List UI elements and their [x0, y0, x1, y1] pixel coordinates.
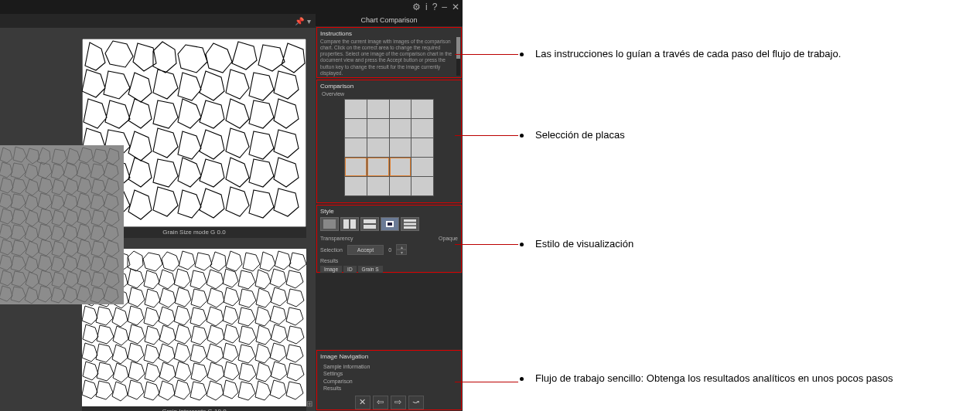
comparison-label: Overview [322, 91, 458, 97]
gear-icon[interactable]: ⚙ [412, 2, 421, 12]
pin-icon[interactable]: 📌 [295, 17, 304, 25]
chart-cell-selected[interactable] [367, 158, 389, 176]
style-option-4[interactable] [381, 217, 399, 231]
chart-cell[interactable] [411, 119, 433, 138]
chart-cell[interactable] [411, 138, 433, 157]
callout-line [455, 135, 518, 136]
document-tab-strip: 📌 ▾ [0, 14, 316, 28]
chart-cell-selected[interactable] [390, 158, 411, 176]
style-option-2[interactable] [340, 217, 359, 231]
titlebar: ⚙ i ? – ✕ [0, 0, 463, 14]
callout-line [455, 54, 518, 55]
opaque-label: Opaque [439, 236, 458, 241]
chart-cell[interactable] [390, 177, 411, 195]
chart-cell[interactable] [411, 100, 433, 118]
chart-cell[interactable] [367, 119, 389, 138]
side-panel: Chart Comparison Instructions Compare th… [316, 14, 463, 411]
chart-cell[interactable] [367, 100, 389, 118]
workflow-nav: ✕ ⇦ ⇨ ⤻ [320, 396, 458, 409]
nav-finish-icon[interactable]: ⤻ [408, 396, 424, 409]
chart-cell[interactable] [411, 177, 433, 195]
image-canvas[interactable]: Grain Size mode G 0.0 Grain Intercepts G… [0, 28, 316, 409]
chart-cell[interactable] [345, 177, 367, 195]
overlay-image[interactable] [0, 145, 124, 304]
chart-cell[interactable] [345, 138, 367, 157]
results-tab[interactable]: ID [343, 266, 357, 273]
style-section: Style Transparency Opaque Selection Acce… [316, 205, 462, 273]
canvas-column: 📌 ▾ Grain Size mode G 0.0 [0, 14, 316, 411]
image-caption-bottom: Grain Intercepts G 10.0 [82, 406, 306, 411]
annotation-instructions: Las instrucciones lo guían a través de c… [535, 48, 937, 59]
chart-cell[interactable] [390, 138, 411, 157]
stepper[interactable]: ▴▾ [396, 244, 407, 255]
workflow-item[interactable]: Results [323, 385, 458, 392]
bullet-icon [520, 243, 524, 246]
chart-cell[interactable] [411, 158, 433, 176]
spacer [316, 273, 463, 349]
instructions-section: Instructions Compare the current image w… [316, 27, 462, 78]
minimize-icon[interactable]: – [442, 2, 447, 12]
info-icon[interactable]: i [425, 2, 428, 12]
chart-cell[interactable] [367, 177, 389, 195]
opaque-value: 0 [388, 247, 391, 253]
workflow-item[interactable]: Comparison [323, 378, 458, 385]
svg-rect-3 [323, 219, 336, 229]
workflow-item[interactable]: Settings [323, 370, 458, 377]
nav-forward-icon[interactable]: ⇨ [391, 396, 406, 409]
results-tab[interactable]: Image [320, 266, 342, 273]
workflow-list: Sample information Settings Comparison R… [323, 363, 458, 392]
callout-line [455, 244, 518, 245]
results-tab[interactable]: Grain S [358, 266, 383, 273]
svg-rect-6 [364, 219, 376, 223]
bullet-icon [520, 377, 524, 381]
annotation-style: Estilo de visualización [535, 238, 937, 250]
scrollbar[interactable] [456, 37, 460, 76]
selection-label: Selection [320, 247, 343, 253]
style-option-5[interactable] [401, 217, 419, 231]
transparency-label: Transparency [320, 236, 353, 241]
help-icon[interactable]: ? [432, 2, 438, 12]
bullet-icon [520, 134, 524, 138]
main-area: 📌 ▾ Grain Size mode G 0.0 [0, 14, 463, 411]
svg-rect-7 [364, 225, 376, 229]
chart-cell[interactable] [390, 100, 411, 118]
annotation-selection: Selección de placas [535, 129, 937, 141]
style-heading: Style [320, 208, 458, 215]
status-icon[interactable]: ⊞ [306, 399, 312, 408]
results-tabs: Image ID Grain S [320, 266, 458, 273]
callout-line [455, 382, 518, 382]
workflow-heading: Image Navigation [320, 353, 458, 360]
panel-title: Chart Comparison [316, 14, 463, 26]
svg-rect-9 [388, 222, 392, 226]
application-window: ⚙ i ? – ✕ 📌 ▾ Grain S [0, 0, 463, 411]
scrollbar-thumb[interactable] [456, 37, 460, 59]
nav-cancel-icon[interactable]: ✕ [355, 396, 370, 409]
bullet-icon [520, 53, 524, 56]
stepper-down-icon[interactable]: ▾ [396, 250, 407, 255]
svg-rect-11 [404, 223, 416, 226]
chart-cell[interactable] [367, 138, 389, 157]
workflow-section: Image Navigation Sample information Sett… [316, 350, 462, 410]
comparison-heading: Comparison [320, 83, 458, 90]
svg-rect-12 [404, 226, 416, 229]
style-option-3[interactable] [360, 217, 379, 231]
results-label: Results [320, 258, 458, 263]
chart-cell-selected[interactable] [345, 158, 367, 176]
stepper-up-icon[interactable]: ▴ [396, 244, 407, 250]
svg-rect-10 [404, 219, 416, 222]
style-option-1[interactable] [320, 217, 339, 231]
dropdown-icon[interactable]: ▾ [307, 17, 311, 25]
style-buttons [320, 217, 458, 231]
comparison-section: Comparison Overview [316, 80, 462, 203]
workflow-item[interactable]: Sample information [323, 363, 458, 370]
annotation-workflow: Flujo de trabajo sencillo: Obtenga los r… [535, 372, 937, 384]
close-icon[interactable]: ✕ [452, 2, 459, 12]
svg-rect-4 [343, 219, 349, 229]
chart-cell[interactable] [345, 100, 367, 118]
chart-cell[interactable] [345, 119, 367, 138]
instructions-heading: Instructions [320, 30, 458, 37]
chart-cell[interactable] [390, 119, 411, 138]
nav-back-icon[interactable]: ⇦ [373, 396, 388, 409]
accept-button[interactable]: Accept [347, 245, 384, 255]
instructions-text: Compare the current image with images of… [320, 39, 458, 76]
